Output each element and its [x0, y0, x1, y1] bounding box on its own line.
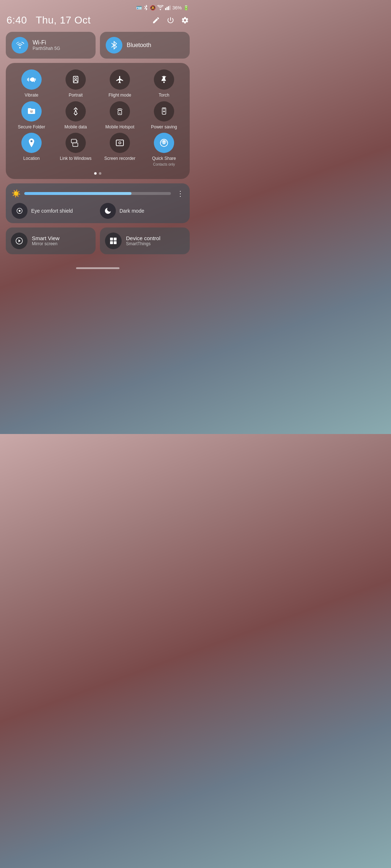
svg-rect-10 [163, 82, 165, 83]
signal-icon [165, 5, 171, 10]
power-saving-icon [154, 101, 174, 122]
quick-share-sublabel: Contacts only [153, 162, 175, 166]
svg-rect-24 [116, 140, 123, 146]
svg-line-12 [166, 76, 166, 77]
link-windows-icon [66, 133, 86, 153]
svg-point-25 [119, 142, 121, 144]
dark-mode-label: Dark mode [119, 208, 144, 214]
dot-1 [94, 172, 97, 175]
wifi-toggle[interactable]: Wi-Fi ParthShah 5G [6, 32, 96, 59]
svg-marker-32 [18, 239, 21, 242]
eye-comfort-label: Eye comfort shield [31, 208, 73, 214]
svg-rect-36 [114, 241, 117, 244]
flight-mode-label: Flight mode [109, 93, 131, 98]
bluetooth-toggle[interactable]: Bluetooth [100, 32, 190, 59]
mobile-hotspot-icon [110, 101, 130, 122]
svg-point-20 [30, 140, 33, 142]
device-control-label: Device control [126, 235, 160, 241]
smart-view-card[interactable]: Smart View Mirror screen [6, 227, 96, 254]
svg-rect-16 [118, 110, 122, 115]
screen-recorder-label: Screen recorder [104, 156, 135, 162]
eye-comfort-btn[interactable]: A Eye comfort shield [12, 203, 96, 219]
smart-view-info: Smart View Mirror screen [32, 235, 59, 246]
time-date: 6:40 Thu, 17 Oct [7, 14, 91, 26]
svg-rect-1 [167, 7, 168, 10]
home-indicator [0, 261, 196, 272]
mobile-data-tile[interactable]: Mobile data [54, 101, 97, 130]
device-control-info: Device control SmartThings [126, 235, 160, 246]
mobile-hotspot-tile[interactable]: Mobile Hotspot [98, 101, 141, 130]
svg-rect-35 [110, 241, 113, 244]
power-saving-tile[interactable]: Power saving [143, 101, 185, 130]
main-panel: Vibrate Portrait Flight mode Torch [6, 63, 190, 179]
secure-folder-tile[interactable]: Secure Folder [10, 101, 53, 130]
wifi-status-icon [157, 5, 164, 10]
header-actions [152, 16, 189, 24]
mobile-hotspot-label: Mobile Hotspot [105, 124, 134, 130]
torch-tile[interactable]: Torch [143, 69, 185, 98]
svg-point-15 [31, 110, 32, 111]
pagination-dots [10, 169, 185, 175]
power-saving-label: Power saving [151, 124, 177, 130]
screen-recorder-icon [110, 133, 130, 153]
dark-mode-icon [100, 203, 116, 219]
brightness-more-icon[interactable]: ⋮ [177, 189, 184, 198]
bluetooth-info: Bluetooth [127, 42, 151, 48]
location-label: Location [23, 156, 39, 162]
eye-comfort-icon: A [12, 203, 28, 219]
dark-mode-btn[interactable]: Dark mode [100, 203, 184, 219]
header-row: 6:40 Thu, 17 Oct [0, 12, 196, 32]
svg-rect-2 [168, 6, 169, 10]
edit-icon[interactable] [152, 16, 160, 24]
svg-rect-33 [110, 238, 113, 241]
link-windows-tile[interactable]: Link to Windows [54, 133, 97, 166]
flight-mode-tile[interactable]: Flight mode [98, 69, 141, 98]
smart-view-icon [11, 233, 28, 249]
secure-folder-icon [21, 101, 42, 122]
device-control-sub: SmartThings [126, 241, 160, 246]
screen-recorder-tile[interactable]: Screen recorder [98, 133, 141, 166]
bottom-cards: Smart View Mirror screen Device control … [0, 227, 196, 261]
settings-icon[interactable] [181, 16, 189, 24]
quick-share-label: Quick Share [152, 156, 176, 162]
bluetooth-status-icon [143, 4, 148, 11]
power-icon[interactable] [167, 16, 175, 24]
device-control-card[interactable]: Device control SmartThings [100, 227, 190, 254]
battery-text: 36% [172, 5, 182, 10]
svg-rect-21 [71, 139, 76, 143]
mobile-data-label: Mobile data [64, 124, 87, 130]
mute-icon: 🔕 [150, 5, 156, 10]
svg-rect-34 [114, 238, 117, 241]
quick-share-tile[interactable]: Quick Share Contacts only [143, 133, 185, 166]
svg-text:A: A [18, 209, 20, 213]
brightness-icon: ☀️ [12, 189, 21, 198]
portrait-tile[interactable]: Portrait [54, 69, 97, 98]
quick-grid: Vibrate Portrait Flight mode Torch [10, 69, 185, 166]
wifi-label: Wi-Fi [33, 39, 60, 46]
wifi-info: Wi-Fi ParthShah 5G [33, 39, 60, 51]
clock: 6:40 [7, 14, 27, 26]
svg-rect-0 [165, 8, 166, 10]
brightness-fill [24, 192, 131, 195]
comfort-row: A Eye comfort shield Dark mode [12, 203, 184, 219]
location-tile[interactable]: Location [10, 133, 53, 166]
date: Thu, 17 Oct [36, 14, 91, 26]
vibrate-label: Vibrate [25, 93, 38, 98]
smart-view-sub: Mirror screen [32, 241, 59, 246]
top-toggles: Wi-Fi ParthShah 5G Bluetooth [0, 32, 196, 63]
secure-folder-label: Secure Folder [18, 124, 45, 130]
svg-line-13 [162, 76, 163, 77]
link-windows-label: Link to Windows [60, 156, 91, 162]
sim-icon: 🪪 [136, 5, 142, 10]
svg-rect-3 [169, 5, 171, 10]
svg-rect-22 [73, 143, 78, 146]
torch-icon [154, 69, 174, 90]
bluetooth-icon-circle [106, 37, 122, 54]
portrait-label: Portrait [69, 93, 83, 98]
status-bar: 🪪 🔕 36% 🔋 [0, 0, 196, 12]
location-icon [21, 133, 42, 153]
vibrate-tile[interactable]: Vibrate [10, 69, 53, 98]
wifi-icon-circle [12, 37, 28, 54]
smart-view-label: Smart View [32, 235, 59, 241]
brightness-bar[interactable] [24, 192, 171, 195]
